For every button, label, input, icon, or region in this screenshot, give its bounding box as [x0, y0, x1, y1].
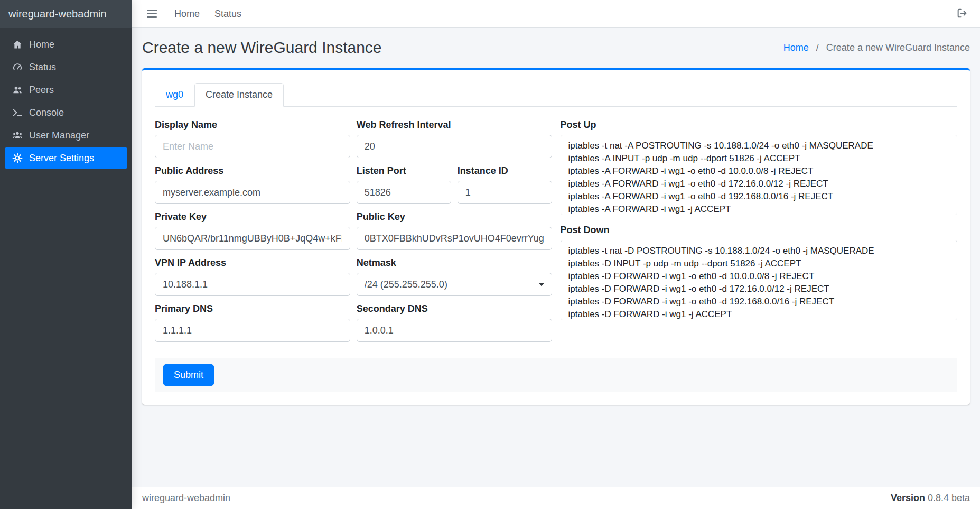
sidebar-item-peers[interactable]: Peers: [5, 79, 127, 101]
main-column: Home Status Create a new WireGuard Insta…: [132, 0, 980, 509]
sidebar-item-label: Console: [29, 107, 64, 118]
public-key-label: Public Key: [357, 211, 552, 223]
post-down-field: Post Down iptables -t nat -D POSTROUTING…: [561, 225, 958, 320]
netmask-select[interactable]: /24 (255.255.255.0): [357, 273, 552, 296]
create-instance-form: Display Name Web Refresh Interval Public…: [155, 119, 957, 342]
instance-id-label: Instance ID: [458, 165, 552, 177]
logout-icon: [956, 7, 968, 21]
netmask-field: Netmask /24 (255.255.255.0): [357, 257, 552, 296]
instance-tabs: wg0 Create Instance: [155, 83, 957, 107]
sidebar-item-label: Peers: [29, 85, 54, 96]
vpn-ip-address-field: VPN IP Address: [155, 257, 350, 296]
web-refresh-interval-input[interactable]: [357, 135, 552, 158]
instance-id-input[interactable]: [458, 181, 552, 204]
secondary-dns-label: Secondary DNS: [357, 303, 552, 314]
primary-dns-label: Primary DNS: [155, 303, 350, 314]
fields-grid: Display Name Web Refresh Interval Public…: [155, 119, 552, 342]
brand-title: wireguard-webadmin: [8, 8, 107, 20]
public-address-label: Public Address: [155, 165, 350, 177]
netmask-select-wrap: /24 (255.255.255.0): [357, 273, 552, 296]
footer-version: Version 0.8.4 beta: [891, 493, 970, 504]
post-down-textarea[interactable]: iptables -t nat -D POSTROUTING -s 10.188…: [561, 240, 958, 320]
private-key-label: Private Key: [155, 211, 350, 223]
sidebar-item-home[interactable]: Home: [5, 33, 127, 55]
netmask-label: Netmask: [357, 257, 552, 269]
tab-wg0[interactable]: wg0: [155, 83, 194, 107]
sidebar-item-server-settings[interactable]: Server Settings: [5, 147, 127, 169]
post-up-label: Post Up: [561, 119, 958, 131]
sidebar-item-label: User Manager: [29, 130, 89, 141]
content-wrapper: Create a new WireGuard Instance Home / C…: [132, 28, 980, 487]
instance-card-body: wg0 Create Instance Display Name Web Ref…: [142, 70, 970, 405]
public-address-input[interactable]: [155, 181, 350, 204]
instance-id-field: Instance ID: [458, 165, 552, 204]
version-value: 0.8.4 beta: [928, 493, 970, 503]
app-root: wireguard-webadmin Home Status Peers: [0, 0, 980, 509]
vpn-ip-address-label: VPN IP Address: [155, 257, 350, 269]
display-name-field: Display Name: [155, 119, 350, 158]
home-icon: [10, 39, 24, 50]
private-key-input[interactable]: [155, 227, 350, 250]
web-refresh-interval-field: Web Refresh Interval: [357, 119, 552, 158]
sidebar-item-console[interactable]: Console: [5, 101, 127, 124]
public-key-input[interactable]: [357, 227, 552, 250]
menu-toggle-button[interactable]: [142, 5, 162, 22]
hamburger-icon: [147, 10, 157, 11]
user-group-icon: [10, 130, 24, 141]
post-down-label: Post Down: [561, 225, 958, 236]
secondary-dns-input[interactable]: [357, 319, 552, 342]
instance-card: wg0 Create Instance Display Name Web Ref…: [142, 68, 970, 405]
footer: wireguard-webadmin Version 0.8.4 beta: [132, 487, 980, 509]
sidebar-menu: Home Status Peers Console: [0, 28, 132, 175]
primary-dns-input[interactable]: [155, 319, 350, 342]
sidebar-item-label: Status: [29, 62, 56, 73]
display-name-label: Display Name: [155, 119, 350, 131]
primary-dns-field: Primary DNS: [155, 303, 350, 342]
sidebar-item-label: Home: [29, 39, 54, 50]
secondary-dns-field: Secondary DNS: [357, 303, 552, 342]
display-name-input[interactable]: [155, 135, 350, 158]
breadcrumb-home-link[interactable]: Home: [783, 42, 809, 53]
listen-port-label: Listen Port: [357, 165, 451, 177]
brand-link[interactable]: wireguard-webadmin: [0, 0, 132, 28]
breadcrumb: Home / Create a new WireGuard Instance: [783, 42, 970, 53]
listen-port-field: Listen Port: [357, 165, 451, 204]
submit-button[interactable]: Submit: [163, 364, 214, 386]
sidebar-item-status[interactable]: Status: [5, 56, 127, 78]
private-key-field: Private Key: [155, 211, 350, 250]
version-label: Version: [891, 493, 925, 503]
post-scripts-column: Post Up iptables -t nat -A POSTROUTING -…: [561, 119, 958, 342]
vpn-ip-address-input[interactable]: [155, 273, 350, 296]
public-address-field: Public Address: [155, 165, 350, 204]
public-key-field: Public Key: [357, 211, 552, 250]
content-header: Create a new WireGuard Instance Home / C…: [142, 28, 970, 57]
listen-port-input[interactable]: [357, 181, 451, 204]
tab-create-instance[interactable]: Create Instance: [194, 83, 284, 107]
footer-brand: wireguard-webadmin: [142, 493, 230, 504]
gauge-icon: [10, 62, 24, 72]
web-refresh-interval-label: Web Refresh Interval: [357, 119, 552, 131]
post-up-textarea[interactable]: iptables -t nat -A POSTROUTING -s 10.188…: [561, 135, 958, 215]
sidebar-item-user-manager[interactable]: User Manager: [5, 124, 127, 146]
logout-button[interactable]: [954, 5, 970, 23]
breadcrumb-current: Create a new WireGuard Instance: [826, 42, 970, 53]
top-navbar: Home Status: [132, 0, 980, 28]
nav-link-home[interactable]: Home: [167, 8, 207, 20]
terminal-icon: [10, 107, 24, 118]
users-icon: [10, 85, 24, 95]
breadcrumb-separator: /: [816, 42, 819, 53]
nav-link-status[interactable]: Status: [207, 8, 249, 20]
submit-bar: Submit: [155, 358, 957, 392]
page-title: Create a new WireGuard Instance: [142, 39, 382, 57]
sidebar: wireguard-webadmin Home Status Peers: [0, 0, 132, 509]
sidebar-item-label: Server Settings: [29, 153, 94, 164]
gear-icon: [10, 153, 24, 163]
post-up-field: Post Up iptables -t nat -A POSTROUTING -…: [561, 119, 958, 215]
